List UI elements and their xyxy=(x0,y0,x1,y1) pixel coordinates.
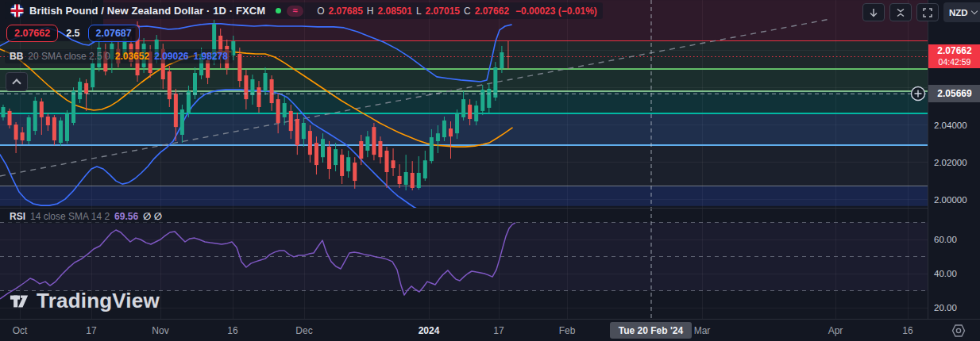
time-axis-label: 17 xyxy=(86,325,96,336)
candle-body xyxy=(52,117,56,140)
crosshair-date-label: Tue 20 Feb '24 xyxy=(610,322,692,339)
price-tag-multiplier[interactable]: 2.5 xyxy=(64,25,81,42)
candle-body xyxy=(295,119,299,145)
crosshair-price-label: 2.05669 xyxy=(928,85,980,102)
candle-body xyxy=(468,105,472,119)
time-axis-label: Nov xyxy=(152,325,168,336)
candle-body xyxy=(480,90,484,111)
candle-body xyxy=(346,157,350,171)
candle-body xyxy=(21,132,25,140)
chart-controls: NZD xyxy=(862,2,980,22)
candle-body xyxy=(455,113,459,133)
chevron-down-icon xyxy=(970,8,977,14)
time-axis-label: Mar xyxy=(694,325,711,336)
candle-body xyxy=(193,73,197,95)
currency-unit-label: NZD xyxy=(949,8,968,17)
tradingview-watermark: TradingView xyxy=(10,289,160,313)
scale-settings-icon[interactable] xyxy=(950,324,967,338)
scroll-down-button[interactable] xyxy=(862,3,885,21)
candle-body xyxy=(474,105,478,121)
current-price-label[interactable]: 2.07662 04:42:59 xyxy=(928,44,980,68)
crosshair-price-value: 2.05669 xyxy=(937,88,971,99)
candle-body xyxy=(270,79,274,103)
rsi-axis-label: 60.00 xyxy=(934,235,957,244)
candle-body xyxy=(398,176,402,184)
rsi-indicator-legend[interactable]: RSI 14 close SMA 14 2 69.56 ∅ ∅ xyxy=(5,209,167,224)
price-axis-label: 2.02000 xyxy=(934,158,967,167)
time-axis-label: Feb xyxy=(559,325,576,336)
maximize-pane-button[interactable] xyxy=(916,3,939,21)
fullscreen-corners-icon xyxy=(923,8,932,17)
collapse-chevrons-icon xyxy=(896,8,905,17)
bb-indicator-legend[interactable]: BB 20 SMA close 2.5 0 2.03652 2.09026 1.… xyxy=(5,49,233,63)
time-scale[interactable]: Oct17Nov16Dec202417FebMarApr16 Tue 20 Fe… xyxy=(0,319,980,341)
candle-body xyxy=(461,99,465,117)
candle-body xyxy=(65,113,69,141)
rsi-axis-label: 20.00 xyxy=(934,303,957,312)
symbol-flag-icon xyxy=(10,4,24,17)
rsi-name: RSI xyxy=(10,211,25,222)
candle-body xyxy=(340,155,344,176)
rsi-params: 14 close SMA 14 2 xyxy=(30,211,110,222)
candle-body xyxy=(385,151,389,172)
candle-body xyxy=(417,173,421,188)
crosshair-date-value: Tue 20 Feb '24 xyxy=(619,325,683,336)
candle-body xyxy=(289,111,293,131)
candle-body xyxy=(411,173,415,188)
candle-body xyxy=(174,94,178,127)
currency-unit-dropdown[interactable]: NZD xyxy=(943,2,980,22)
close-label: C xyxy=(464,6,471,17)
candle-body xyxy=(430,137,434,161)
candle-body xyxy=(276,99,280,123)
candle-body xyxy=(33,101,37,131)
trading-chart-window: TradingView British Pound / New Zealand … xyxy=(0,0,980,341)
symbol-legend[interactable]: British Pound / New Zealand Dollar · 1D … xyxy=(5,2,603,19)
notification-wave-icon[interactable]: ≈ xyxy=(287,6,303,17)
candle-body xyxy=(404,172,408,185)
candle-body xyxy=(436,133,440,141)
candle-body xyxy=(392,160,395,168)
add-alert-plus-icon[interactable] xyxy=(909,85,927,102)
candle-body xyxy=(46,117,50,125)
bb-upper-value: 2.09026 xyxy=(154,51,188,62)
bb-lower-value: 1.98278 xyxy=(194,51,228,62)
price-tag-blue[interactable]: 2.07687 xyxy=(88,25,140,42)
ohlc-readout: O2.07685 H2.08501 L2.07015 C2.07662 −0.0… xyxy=(317,6,597,17)
candle-body xyxy=(180,109,184,135)
candle-body xyxy=(506,56,510,57)
chevron-up-icon xyxy=(12,79,21,87)
price-axis-label: 2.04000 xyxy=(934,121,967,130)
candle-body xyxy=(365,136,369,151)
candle-body xyxy=(168,71,172,99)
time-axis-label: 16 xyxy=(902,325,912,336)
candle-body xyxy=(442,121,446,137)
bb-basis-value: 2.03652 xyxy=(115,51,149,62)
scroll-to-top-button[interactable] xyxy=(6,72,28,91)
low-value: 2.07015 xyxy=(426,6,460,17)
pane-separator[interactable] xyxy=(0,208,980,209)
price-scale[interactable]: 2.080002.060002.040002.020002.0000060.00… xyxy=(928,0,980,319)
candle-body xyxy=(91,63,95,87)
candle-body xyxy=(353,163,357,181)
candle-body xyxy=(59,121,63,143)
time-axis-label: 2024 xyxy=(419,325,440,336)
open-label: O xyxy=(317,6,324,17)
price-axis-label: 2.00000 xyxy=(934,195,967,205)
candle-body xyxy=(314,143,318,165)
candle-body xyxy=(493,67,497,98)
symbol-title[interactable]: British Pound / New Zealand Dollar · 1D … xyxy=(29,5,265,17)
candle-body xyxy=(372,127,376,155)
market-status-icon[interactable] xyxy=(276,8,281,13)
rsi-axis-label: 40.00 xyxy=(934,269,957,278)
candle-body xyxy=(187,91,191,113)
time-axis-label: 16 xyxy=(227,325,237,336)
candle-body xyxy=(71,91,75,123)
candle-body xyxy=(308,131,312,155)
candle-body xyxy=(449,128,453,136)
price-tag-red[interactable]: 2.07662 xyxy=(6,25,58,42)
current-price-value: 2.07662 xyxy=(937,46,971,57)
collapse-pane-button[interactable] xyxy=(889,3,912,21)
candle-body xyxy=(264,73,268,91)
time-axis-label: Apr xyxy=(828,325,843,336)
candle-body xyxy=(283,103,287,117)
